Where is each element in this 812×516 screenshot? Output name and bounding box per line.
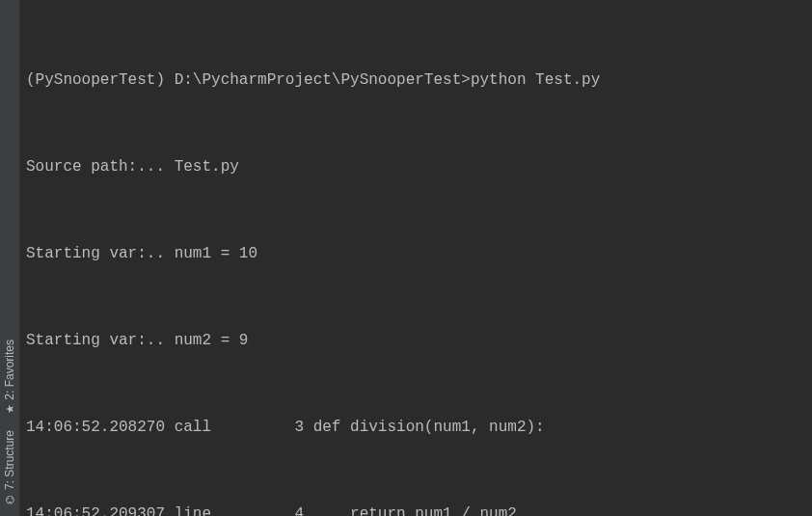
sidebar-tool-label: 2: Favorites <box>3 339 16 400</box>
tool-sidebar: ★ 2: Favorites ⌬ 7: Structure <box>0 0 20 516</box>
terminal-line: 14:06:52.208270 call 3 def division(num1… <box>26 413 806 442</box>
terminal-panel[interactable]: (PySnooperTest) D:\PycharmProject\PySnoo… <box>20 0 812 516</box>
terminal-line: Source path:... Test.py <box>26 152 806 181</box>
star-icon: ★ <box>5 404 15 414</box>
terminal-line: (PySnooperTest) D:\PycharmProject\PySnoo… <box>26 66 806 95</box>
terminal-line: Starting var:.. num2 = 9 <box>26 326 806 355</box>
sidebar-tool-structure[interactable]: ⌬ 7: Structure <box>3 422 16 512</box>
terminal-line: Starting var:.. num1 = 10 <box>26 239 806 268</box>
structure-icon: ⌬ <box>5 495 15 504</box>
ide-window: ★ 2: Favorites ⌬ 7: Structure (PySnooper… <box>0 0 812 516</box>
sidebar-tool-label: 7: Structure <box>3 430 16 490</box>
sidebar-tool-favorites[interactable]: ★ 2: Favorites <box>3 332 16 422</box>
terminal-line: 14:06:52.209307 line 4 return num1 / num… <box>26 500 806 516</box>
